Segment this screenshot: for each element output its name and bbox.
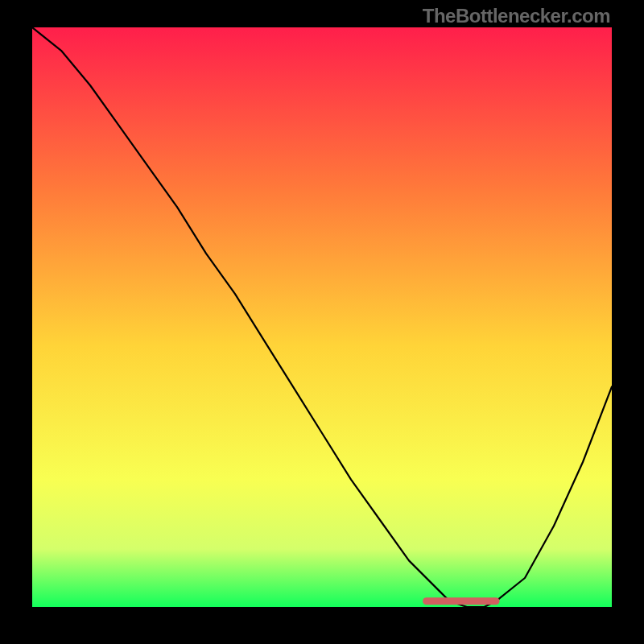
chart-frame	[32, 27, 612, 607]
gradient-background	[32, 27, 612, 607]
watermark-text: TheBottlenecker.com	[423, 5, 610, 27]
bottleneck-chart	[32, 27, 612, 607]
